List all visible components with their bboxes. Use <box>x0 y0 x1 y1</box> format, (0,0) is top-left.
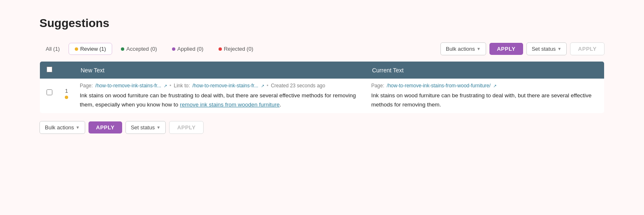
header-new-text: New Text <box>74 62 365 79</box>
current-page-external-icon: ↗ <box>493 84 497 88</box>
current-text-content: Ink stains on wood furniture can be frus… <box>371 91 598 109</box>
tab-accepted[interactable]: Accepted (0) <box>115 43 163 55</box>
new-text-cell: Page: /how-to-remove-ink-stains-fr... ↗ … <box>74 79 365 114</box>
filter-tabs: All (1) Review (1) Accepted (0) Applied … <box>39 43 259 55</box>
header-checkbox-cell <box>40 62 59 79</box>
new-page-link[interactable]: /how-to-remove-ink-stains-fr... <box>95 83 161 89</box>
tab-applied-label: Applied (0) <box>177 46 204 52</box>
bottom-bulk-actions-button[interactable]: Bulk actions ▼ <box>39 121 85 134</box>
new-text-link[interactable]: remove ink stains from wooden furniture <box>180 101 280 108</box>
bottom-apply-label: APPLY <box>96 124 115 131</box>
meta-separator-1: • <box>170 83 171 89</box>
bottom-bulk-actions-chevron-icon: ▼ <box>76 125 80 130</box>
link-to-url[interactable]: /how-to-remove-ink-stains-fr... <box>192 83 258 89</box>
link-to-external-icon: ↗ <box>261 84 264 88</box>
header-number-cell <box>59 62 74 79</box>
rejected-dot-icon <box>219 47 222 51</box>
top-set-status-label: Set status <box>532 46 556 52</box>
bottom-apply-button[interactable]: APPLY <box>88 121 122 133</box>
link-to-label: Link to: <box>174 83 190 89</box>
row-status-dot-icon <box>65 96 68 99</box>
bottom-set-status-button[interactable]: Set status ▼ <box>125 121 166 134</box>
tab-all-label: All (1) <box>46 46 60 52</box>
top-apply-label: APPLY <box>497 46 516 52</box>
top-bulk-actions-label: Bulk actions <box>446 46 475 52</box>
set-status-chevron-down-icon: ▼ <box>557 47 561 51</box>
top-set-status-button[interactable]: Set status ▼ <box>526 42 567 55</box>
new-page-external-icon: ↗ <box>164 84 167 88</box>
tab-rejected-label: Rejected (0) <box>224 46 253 52</box>
tab-all[interactable]: All (1) <box>39 43 66 55</box>
tab-review-label: Review (1) <box>80 46 106 52</box>
top-bulk-actions-button[interactable]: Bulk actions ▼ <box>440 42 486 55</box>
review-dot-icon <box>75 47 78 51</box>
row-checkbox[interactable] <box>47 89 52 95</box>
applied-dot-icon <box>172 47 175 51</box>
table-row: 1 Page: /how-to-remove-ink-stains-fr... … <box>40 79 605 114</box>
bulk-actions-chevron-down-icon: ▼ <box>477 47 481 51</box>
top-apply-disabled-button: APPLY <box>570 42 605 55</box>
tab-rejected[interactable]: Rejected (0) <box>212 43 260 55</box>
bottom-apply-disabled-button: APPLY <box>169 121 204 134</box>
row-number-cell: 1 <box>59 79 74 114</box>
row-number: 1 <box>65 88 68 94</box>
tab-accepted-label: Accepted (0) <box>126 46 157 52</box>
row-checkbox-cell <box>40 79 59 114</box>
current-page-label: Page: <box>371 83 384 89</box>
bottom-apply-disabled-label: APPLY <box>177 124 196 131</box>
header-current-text: Current Text <box>365 62 604 79</box>
table-header: New Text Current Text <box>40 62 605 79</box>
new-text-meta: Page: /how-to-remove-ink-stains-fr... ↗ … <box>80 83 359 89</box>
new-text-period: . <box>280 101 281 108</box>
accepted-dot-icon <box>121 47 124 51</box>
bottom-set-status-chevron-icon: ▼ <box>156 125 160 130</box>
tab-review[interactable]: Review (1) <box>69 43 112 55</box>
table-body: 1 Page: /how-to-remove-ink-stains-fr... … <box>40 79 605 114</box>
bottom-bulk-actions-label: Bulk actions <box>45 124 74 131</box>
created-time: Created 23 seconds ago <box>271 83 325 89</box>
top-action-group: Bulk actions ▼ APPLY Set status ▼ APPLY <box>440 42 605 55</box>
tab-applied[interactable]: Applied (0) <box>166 43 210 55</box>
top-apply-disabled-label: APPLY <box>578 46 597 52</box>
bottom-set-status-label: Set status <box>131 124 155 131</box>
suggestions-table: New Text Current Text 1 Page: /h <box>39 61 605 114</box>
page-title: Suggestions <box>39 17 605 30</box>
new-page-label: Page: <box>80 83 93 89</box>
current-page-link[interactable]: /how-to-remove-ink-stains-from-wood-furn… <box>387 83 491 89</box>
bottom-action-group: Bulk actions ▼ APPLY Set status ▼ APPLY <box>39 121 605 134</box>
current-text-cell: Page: /how-to-remove-ink-stains-from-woo… <box>365 79 604 114</box>
select-all-checkbox[interactable] <box>47 67 52 72</box>
filter-toolbar-row: All (1) Review (1) Accepted (0) Applied … <box>39 42 605 55</box>
meta-separator-2: • <box>267 83 268 89</box>
current-text-meta: Page: /how-to-remove-ink-stains-from-woo… <box>371 83 598 89</box>
new-text-content: Ink stains on wood furniture can be frus… <box>80 91 359 109</box>
top-apply-button[interactable]: APPLY <box>489 43 523 55</box>
